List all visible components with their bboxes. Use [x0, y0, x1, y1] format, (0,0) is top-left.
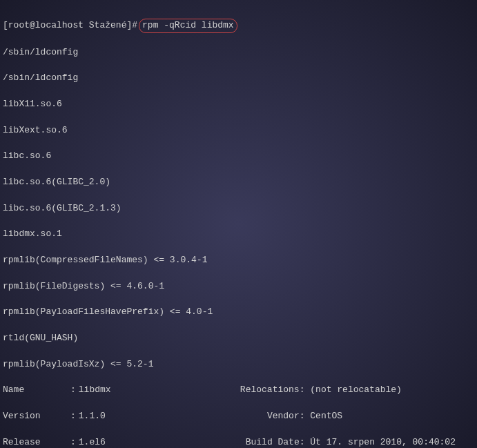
dep-line: /sbin/ldconfig: [3, 72, 474, 85]
dep-line: /sbin/ldconfig: [3, 46, 474, 59]
dep-line: rtld(GNU_HASH): [3, 332, 474, 345]
info-release-line: Release:1.el6 Build Date: Út 17. srpen 2…: [3, 436, 474, 448]
command-prompt[interactable]: [root@localhost Stažené]# rpm -qRcid lib…: [3, 19, 474, 33]
name-label: Name: [3, 384, 70, 397]
dep-line: rpmlib(FileDigests) <= 4.6.0-1: [3, 280, 474, 293]
version-value: 1.1.0: [79, 411, 106, 421]
name-value: libdmx: [79, 384, 111, 395]
relocations-label: Relocations:: [240, 384, 305, 395]
dep-line: libXext.so.6: [3, 124, 474, 137]
dep-line: libdmx.so.1: [3, 228, 474, 241]
dep-line: libX11.so.6: [3, 98, 474, 111]
vendor-label: Vendor:: [267, 411, 305, 421]
dep-line: libc.so.6(GLIBC_2.0): [3, 176, 474, 189]
dep-line: libc.so.6(GLIBC_2.1.3): [3, 202, 474, 215]
command-highlight: rpm -qRcid libdmx: [139, 19, 237, 33]
dep-line: rpmlib(PayloadIsXz) <= 5.2-1: [3, 358, 474, 371]
release-label: Release: [3, 436, 70, 448]
builddate-value: Út 17. srpen 2010, 00:40:02: [310, 437, 460, 447]
relocations-value: (not relocatable): [310, 384, 402, 395]
info-name-line: Name:libdmx Relocations: (not relocatabl…: [3, 384, 474, 397]
version-label: Version: [3, 410, 70, 423]
builddate-label: Build Date:: [246, 437, 305, 447]
dep-line: rpmlib(PayloadFilesHavePrefix) <= 4.0-1: [3, 306, 474, 319]
dep-line: libc.so.6: [3, 150, 474, 163]
prompt-prefix: [root@localhost Stažené]#: [3, 19, 137, 32]
release-value: 1.el6: [79, 437, 106, 447]
dep-line: rpmlib(CompressedFileNames) <= 3.0.4-1: [3, 254, 474, 267]
vendor-value: CentOS: [310, 411, 342, 421]
terminal-output: [root@localhost Stažené]# rpm -qRcid lib…: [3, 6, 474, 448]
info-version-line: Version:1.1.0 Vendor: CentOS: [3, 410, 474, 423]
